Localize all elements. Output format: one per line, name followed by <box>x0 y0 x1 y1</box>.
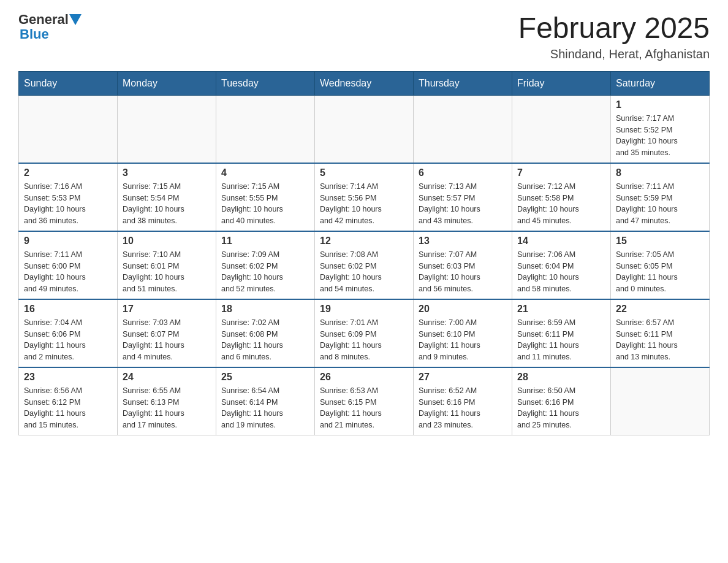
calendar-day-cell: 10Sunrise: 7:10 AM Sunset: 6:01 PM Dayli… <box>118 231 216 299</box>
day-info: Sunrise: 7:11 AM Sunset: 5:59 PM Dayligh… <box>616 181 704 227</box>
calendar-day-cell: 24Sunrise: 6:55 AM Sunset: 6:13 PM Dayli… <box>118 367 216 435</box>
day-info: Sunrise: 7:11 AM Sunset: 6:00 PM Dayligh… <box>24 249 112 295</box>
location-subtitle: Shindand, Herat, Afghanistan <box>518 47 710 61</box>
day-info: Sunrise: 6:59 AM Sunset: 6:11 PM Dayligh… <box>517 317 605 363</box>
day-number: 2 <box>24 167 112 178</box>
calendar-week-row: 1Sunrise: 7:17 AM Sunset: 5:52 PM Daylig… <box>19 95 710 163</box>
calendar-day-cell: 8Sunrise: 7:11 AM Sunset: 5:59 PM Daylig… <box>611 163 710 231</box>
day-info: Sunrise: 7:01 AM Sunset: 6:09 PM Dayligh… <box>320 317 408 363</box>
day-number: 10 <box>123 236 211 247</box>
calendar-day-cell <box>216 95 315 163</box>
calendar-day-cell <box>118 95 216 163</box>
day-info: Sunrise: 7:09 AM Sunset: 6:02 PM Dayligh… <box>221 249 309 295</box>
day-number: 9 <box>24 236 112 247</box>
day-number: 23 <box>24 372 112 383</box>
day-number: 16 <box>24 304 112 315</box>
calendar-day-cell: 4Sunrise: 7:15 AM Sunset: 5:55 PM Daylig… <box>216 163 315 231</box>
day-number: 7 <box>517 167 605 178</box>
day-info: Sunrise: 6:56 AM Sunset: 6:12 PM Dayligh… <box>24 385 112 431</box>
calendar-table: SundayMondayTuesdayWednesdayThursdayFrid… <box>18 71 710 435</box>
calendar-day-cell <box>512 95 611 163</box>
day-info: Sunrise: 7:07 AM Sunset: 6:03 PM Dayligh… <box>419 249 507 295</box>
day-number: 3 <box>123 167 211 178</box>
calendar-day-cell: 12Sunrise: 7:08 AM Sunset: 6:02 PM Dayli… <box>315 231 414 299</box>
month-title: February 2025 <box>518 12 710 45</box>
calendar-day-cell <box>611 367 710 435</box>
calendar-header-row: SundayMondayTuesdayWednesdayThursdayFrid… <box>19 71 710 95</box>
day-number: 18 <box>221 304 309 315</box>
calendar-day-cell: 7Sunrise: 7:12 AM Sunset: 5:58 PM Daylig… <box>512 163 611 231</box>
calendar-day-cell: 23Sunrise: 6:56 AM Sunset: 6:12 PM Dayli… <box>19 367 118 435</box>
day-info: Sunrise: 7:15 AM Sunset: 5:55 PM Dayligh… <box>221 181 309 227</box>
calendar-day-cell: 28Sunrise: 6:50 AM Sunset: 6:16 PM Dayli… <box>512 367 611 435</box>
calendar-day-cell <box>315 95 414 163</box>
calendar-week-row: 9Sunrise: 7:11 AM Sunset: 6:00 PM Daylig… <box>19 231 710 299</box>
day-info: Sunrise: 7:02 AM Sunset: 6:08 PM Dayligh… <box>221 317 309 363</box>
day-number: 21 <box>517 304 605 315</box>
calendar-day-cell: 15Sunrise: 7:05 AM Sunset: 6:05 PM Dayli… <box>611 231 710 299</box>
day-number: 20 <box>419 304 507 315</box>
calendar-day-cell: 20Sunrise: 7:00 AM Sunset: 6:10 PM Dayli… <box>414 299 512 367</box>
day-number: 13 <box>419 236 507 247</box>
calendar-day-cell: 22Sunrise: 6:57 AM Sunset: 6:11 PM Dayli… <box>611 299 710 367</box>
calendar-day-cell: 26Sunrise: 6:53 AM Sunset: 6:15 PM Dayli… <box>315 367 414 435</box>
day-info: Sunrise: 6:54 AM Sunset: 6:14 PM Dayligh… <box>221 385 309 431</box>
day-info: Sunrise: 6:55 AM Sunset: 6:13 PM Dayligh… <box>123 385 211 431</box>
day-info: Sunrise: 7:13 AM Sunset: 5:57 PM Dayligh… <box>419 181 507 227</box>
calendar-day-cell: 1Sunrise: 7:17 AM Sunset: 5:52 PM Daylig… <box>611 95 710 163</box>
logo-general-text: General <box>18 12 69 27</box>
day-info: Sunrise: 7:16 AM Sunset: 5:53 PM Dayligh… <box>24 181 112 227</box>
day-number: 17 <box>123 304 211 315</box>
day-number: 12 <box>320 236 408 247</box>
calendar-day-cell: 9Sunrise: 7:11 AM Sunset: 6:00 PM Daylig… <box>19 231 118 299</box>
day-info: Sunrise: 7:03 AM Sunset: 6:07 PM Dayligh… <box>123 317 211 363</box>
day-info: Sunrise: 7:00 AM Sunset: 6:10 PM Dayligh… <box>419 317 507 363</box>
column-header-wednesday: Wednesday <box>315 71 414 95</box>
calendar-day-cell: 2Sunrise: 7:16 AM Sunset: 5:53 PM Daylig… <box>19 163 118 231</box>
day-number: 14 <box>517 236 605 247</box>
day-info: Sunrise: 7:06 AM Sunset: 6:04 PM Dayligh… <box>517 249 605 295</box>
day-number: 6 <box>419 167 507 178</box>
calendar-day-cell: 14Sunrise: 7:06 AM Sunset: 6:04 PM Dayli… <box>512 231 611 299</box>
day-info: Sunrise: 7:15 AM Sunset: 5:54 PM Dayligh… <box>123 181 211 227</box>
day-info: Sunrise: 7:10 AM Sunset: 6:01 PM Dayligh… <box>123 249 211 295</box>
column-header-friday: Friday <box>512 71 611 95</box>
calendar-day-cell: 3Sunrise: 7:15 AM Sunset: 5:54 PM Daylig… <box>118 163 216 231</box>
calendar-day-cell: 18Sunrise: 7:02 AM Sunset: 6:08 PM Dayli… <box>216 299 315 367</box>
day-info: Sunrise: 7:14 AM Sunset: 5:56 PM Dayligh… <box>320 181 408 227</box>
day-info: Sunrise: 6:50 AM Sunset: 6:16 PM Dayligh… <box>517 385 605 431</box>
day-info: Sunrise: 6:52 AM Sunset: 6:16 PM Dayligh… <box>419 385 507 431</box>
day-number: 4 <box>221 167 309 178</box>
calendar-day-cell: 17Sunrise: 7:03 AM Sunset: 6:07 PM Dayli… <box>118 299 216 367</box>
calendar-day-cell: 21Sunrise: 6:59 AM Sunset: 6:11 PM Dayli… <box>512 299 611 367</box>
calendar-day-cell: 11Sunrise: 7:09 AM Sunset: 6:02 PM Dayli… <box>216 231 315 299</box>
day-number: 24 <box>123 372 211 383</box>
calendar-day-cell: 19Sunrise: 7:01 AM Sunset: 6:09 PM Dayli… <box>315 299 414 367</box>
day-number: 27 <box>419 372 507 383</box>
page-header: General Blue February 2025 Shindand, Her… <box>18 12 710 61</box>
calendar-week-row: 2Sunrise: 7:16 AM Sunset: 5:53 PM Daylig… <box>19 163 710 231</box>
column-header-thursday: Thursday <box>414 71 512 95</box>
calendar-week-row: 23Sunrise: 6:56 AM Sunset: 6:12 PM Dayli… <box>19 367 710 435</box>
day-info: Sunrise: 6:57 AM Sunset: 6:11 PM Dayligh… <box>616 317 704 363</box>
svg-marker-0 <box>69 14 82 25</box>
day-info: Sunrise: 7:08 AM Sunset: 6:02 PM Dayligh… <box>320 249 408 295</box>
day-number: 11 <box>221 236 309 247</box>
calendar-day-cell <box>19 95 118 163</box>
column-header-monday: Monday <box>118 71 216 95</box>
day-number: 8 <box>616 167 704 178</box>
day-number: 28 <box>517 372 605 383</box>
logo-triangle-icon <box>69 14 82 26</box>
calendar-week-row: 16Sunrise: 7:04 AM Sunset: 6:06 PM Dayli… <box>19 299 710 367</box>
logo: General Blue <box>18 12 82 42</box>
day-number: 1 <box>616 99 704 110</box>
calendar-day-cell: 6Sunrise: 7:13 AM Sunset: 5:57 PM Daylig… <box>414 163 512 231</box>
column-header-saturday: Saturday <box>611 71 710 95</box>
day-info: Sunrise: 7:12 AM Sunset: 5:58 PM Dayligh… <box>517 181 605 227</box>
calendar-day-cell: 13Sunrise: 7:07 AM Sunset: 6:03 PM Dayli… <box>414 231 512 299</box>
column-header-tuesday: Tuesday <box>216 71 315 95</box>
day-info: Sunrise: 6:53 AM Sunset: 6:15 PM Dayligh… <box>320 385 408 431</box>
day-number: 25 <box>221 372 309 383</box>
day-info: Sunrise: 7:05 AM Sunset: 6:05 PM Dayligh… <box>616 249 704 295</box>
calendar-day-cell: 27Sunrise: 6:52 AM Sunset: 6:16 PM Dayli… <box>414 367 512 435</box>
